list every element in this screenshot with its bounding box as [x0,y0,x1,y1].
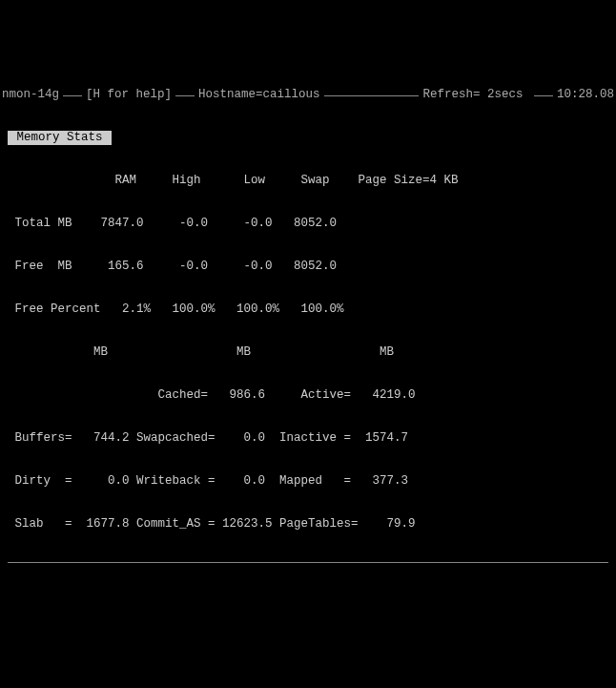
hostname-label: Hostname= [198,88,263,102]
refresh-label: Refresh= [422,88,480,102]
memory-stats-panel: nmon-14g [H for help] Hostname=caillous … [2,59,614,688]
mem-cached-row: Cached= 986.6 Active= 4219.0 [2,388,614,403]
mem-header-row: RAM High Low Swap Page Size=4 KB [2,174,614,188]
divider [175,95,195,96]
help-hint: [H for help] [86,88,172,102]
mem-freepct-row: Free Percent 2.1% 100.0% 100.0% 100.0% [2,302,614,317]
top-titlebar: nmon-14g [H for help] Hostname=caillous … [2,88,614,102]
prog-name: nmon-14g [2,88,59,102]
mem-buffers-row: Buffers= 744.2 Swapcached= 0.0 Inactive … [2,431,614,446]
mem-free-row: Free MB 165.6 -0.0 -0.0 8052.0 [2,260,614,274]
mem-dirty-row: Dirty = 0.0 Writeback = 0.0 Mapped = 377… [2,474,614,489]
divider [534,95,553,96]
panel-bottom-divider [8,562,608,563]
refresh-value: 2secs [480,88,530,102]
mem-mb-header-row: MB MB MB [2,345,614,360]
mem-slab-row: Slab = 1677.8 Commit_AS = 12623.5 PageTa… [2,517,614,532]
hostname-value: caillous [263,88,320,102]
empty-space [2,592,614,688]
clock-value: 10:28.08 [557,88,614,102]
divider [324,95,420,96]
divider [63,95,82,96]
section-tag-memory: Memory Stats [8,131,112,145]
mem-total-row: Total MB 7847.0 -0.0 -0.0 8052.0 [2,217,614,231]
